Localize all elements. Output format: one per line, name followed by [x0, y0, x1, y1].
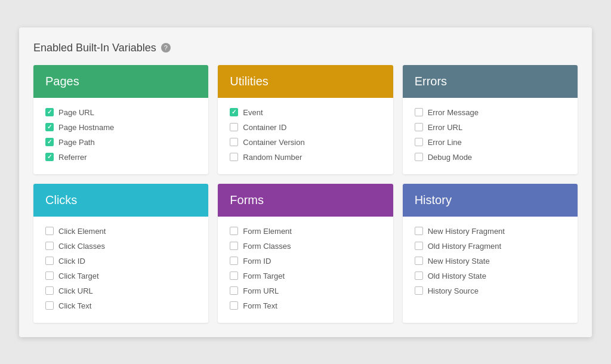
checkbox-unchecked-icon[interactable] [45, 227, 54, 235]
checkbox-unchecked-icon[interactable] [230, 301, 238, 310]
checkbox-item-utilities-3[interactable]: Random Number [230, 150, 381, 165]
section-body-errors: Error MessageError URLError LineDebug Mo… [403, 98, 578, 174]
checkbox-item-pages-1[interactable]: Page Hostname [45, 120, 196, 135]
section-header-pages: Pages [33, 65, 208, 98]
checkbox-label-forms-0: Form Element [243, 227, 292, 236]
checkbox-unchecked-icon[interactable] [230, 286, 238, 295]
checkbox-item-forms-1[interactable]: Form Classes [230, 239, 381, 254]
checkbox-label-errors-3: Debug Mode [428, 153, 472, 162]
checkbox-unchecked-icon[interactable] [415, 272, 423, 280]
checkbox-item-clicks-1[interactable]: Click Classes [45, 239, 196, 254]
checkbox-unchecked-icon[interactable] [415, 123, 423, 131]
checkbox-label-utilities-2: Container Version [243, 138, 304, 147]
checkbox-label-errors-0: Error Message [428, 108, 479, 117]
checkbox-item-history-3[interactable]: Old History State [415, 269, 566, 283]
checkbox-item-history-2[interactable]: New History State [415, 254, 566, 269]
checkbox-label-errors-2: Error Line [428, 138, 462, 147]
checkbox-label-pages-2: Page Path [58, 138, 95, 147]
checkbox-item-forms-4[interactable]: Form URL [230, 283, 381, 298]
checkbox-unchecked-icon[interactable] [415, 108, 423, 116]
checkbox-item-clicks-2[interactable]: Click ID [45, 254, 196, 269]
checkbox-checked-icon[interactable] [45, 153, 54, 161]
checkbox-label-history-3: Old History State [428, 272, 486, 280]
checkbox-item-errors-3[interactable]: Debug Mode [415, 150, 566, 165]
main-card: Enabled Built-In Variables ? PagesPage U… [19, 27, 592, 337]
checkbox-label-forms-5: Form Text [243, 301, 277, 310]
help-icon[interactable]: ? [161, 43, 171, 53]
checkbox-item-errors-1[interactable]: Error URL [415, 120, 566, 135]
checkbox-label-pages-1: Page Hostname [58, 123, 114, 132]
checkbox-unchecked-icon[interactable] [230, 257, 238, 265]
checkbox-item-pages-3[interactable]: Referrer [45, 150, 196, 165]
checkbox-label-clicks-3: Click Target [58, 272, 99, 280]
checkbox-label-utilities-1: Container ID [243, 123, 286, 132]
section-forms: FormsForm ElementForm ClassesForm IDForm… [218, 184, 393, 323]
checkbox-unchecked-icon[interactable] [230, 272, 238, 280]
checkbox-item-errors-2[interactable]: Error Line [415, 135, 566, 150]
checkbox-unchecked-icon[interactable] [415, 242, 423, 250]
card-header: Enabled Built-In Variables ? [33, 42, 578, 54]
checkbox-checked-icon[interactable] [45, 123, 54, 131]
checkbox-unchecked-icon[interactable] [415, 138, 423, 146]
checkbox-item-history-1[interactable]: Old History Fragment [415, 239, 566, 254]
checkbox-unchecked-icon[interactable] [230, 153, 238, 161]
section-header-clicks: Clicks [33, 184, 208, 217]
section-history: HistoryNew History FragmentOld History F… [403, 184, 578, 323]
section-header-history: History [403, 184, 578, 217]
checkbox-unchecked-icon[interactable] [230, 242, 238, 250]
checkbox-unchecked-icon[interactable] [415, 153, 423, 161]
section-body-utilities: EventContainer IDContainer VersionRandom… [218, 98, 393, 174]
checkbox-item-clicks-5[interactable]: Click Text [45, 298, 196, 313]
checkbox-item-utilities-1[interactable]: Container ID [230, 120, 381, 135]
checkbox-label-clicks-4: Click URL [58, 286, 93, 295]
checkbox-item-utilities-2[interactable]: Container Version [230, 135, 381, 150]
section-clicks: ClicksClick ElementClick ClassesClick ID… [33, 184, 208, 323]
checkbox-checked-icon[interactable] [45, 138, 54, 146]
checkbox-unchecked-icon[interactable] [45, 286, 54, 295]
section-body-pages: Page URLPage HostnamePage PathReferrer [33, 98, 208, 174]
checkbox-item-history-4[interactable]: History Source [415, 283, 566, 298]
sections-grid: PagesPage URLPage HostnamePage PathRefer… [33, 65, 578, 323]
checkbox-item-forms-2[interactable]: Form ID [230, 254, 381, 269]
checkbox-label-forms-4: Form URL [243, 286, 279, 295]
checkbox-item-errors-0[interactable]: Error Message [415, 105, 566, 120]
checkbox-unchecked-icon[interactable] [230, 123, 238, 131]
checkbox-unchecked-icon[interactable] [230, 138, 238, 146]
checkbox-item-history-0[interactable]: New History Fragment [415, 224, 566, 239]
checkbox-item-pages-0[interactable]: Page URL [45, 105, 196, 120]
checkbox-unchecked-icon[interactable] [45, 257, 54, 265]
section-body-history: New History FragmentOld History Fragment… [403, 217, 578, 308]
checkbox-label-pages-0: Page URL [58, 108, 94, 117]
checkbox-label-forms-2: Form ID [243, 257, 271, 266]
checkbox-item-utilities-0[interactable]: Event [230, 105, 381, 120]
section-utilities: UtilitiesEventContainer IDContainer Vers… [218, 65, 393, 174]
checkbox-checked-icon[interactable] [45, 108, 54, 116]
checkbox-label-history-1: Old History Fragment [428, 242, 502, 251]
checkbox-unchecked-icon[interactable] [45, 242, 54, 250]
checkbox-item-forms-0[interactable]: Form Element [230, 224, 381, 239]
checkbox-item-forms-3[interactable]: Form Target [230, 269, 381, 283]
checkbox-label-pages-3: Referrer [58, 153, 87, 162]
checkbox-unchecked-icon[interactable] [415, 257, 423, 265]
checkbox-label-forms-3: Form Target [243, 272, 285, 280]
section-body-forms: Form ElementForm ClassesForm IDForm Targ… [218, 217, 393, 323]
checkbox-item-clicks-4[interactable]: Click URL [45, 283, 196, 298]
checkbox-unchecked-icon[interactable] [45, 272, 54, 280]
checkbox-item-clicks-3[interactable]: Click Target [45, 269, 196, 283]
page-title: Enabled Built-In Variables [33, 42, 156, 54]
checkbox-item-clicks-0[interactable]: Click Element [45, 224, 196, 239]
checkbox-label-errors-1: Error URL [428, 123, 463, 132]
checkbox-unchecked-icon[interactable] [415, 227, 423, 235]
checkbox-checked-icon[interactable] [230, 108, 238, 116]
section-body-clicks: Click ElementClick ClassesClick IDClick … [33, 217, 208, 323]
checkbox-label-history-2: New History State [428, 257, 490, 266]
checkbox-label-forms-1: Form Classes [243, 242, 291, 251]
checkbox-unchecked-icon[interactable] [230, 227, 238, 235]
checkbox-item-forms-5[interactable]: Form Text [230, 298, 381, 313]
checkbox-label-clicks-1: Click Classes [58, 242, 105, 251]
section-pages: PagesPage URLPage HostnamePage PathRefer… [33, 65, 208, 174]
checkbox-label-history-4: History Source [428, 286, 479, 295]
checkbox-unchecked-icon[interactable] [45, 301, 54, 310]
checkbox-unchecked-icon[interactable] [415, 286, 423, 295]
checkbox-item-pages-2[interactable]: Page Path [45, 135, 196, 150]
